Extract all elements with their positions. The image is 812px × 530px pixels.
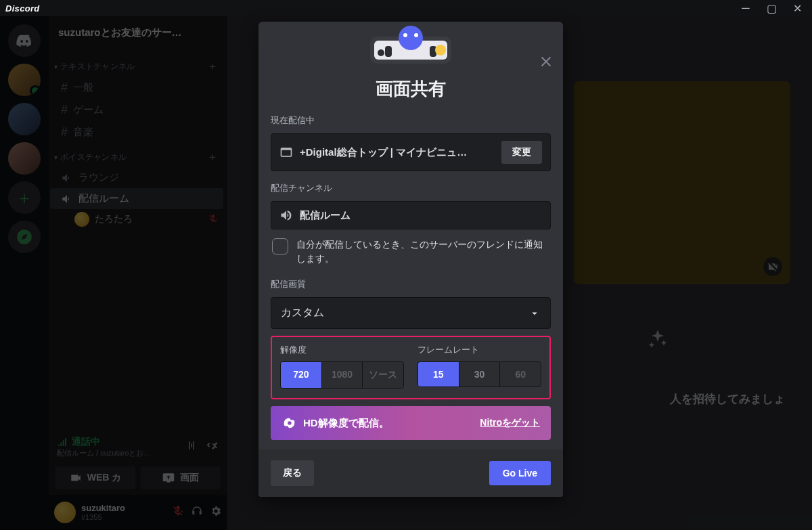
nitro-icon	[281, 416, 296, 430]
framerate-label: フレームレート	[418, 344, 541, 356]
resolution-segmented: 720 1080 ソース	[280, 361, 404, 389]
change-source-button[interactable]: 変更	[501, 141, 542, 164]
notify-friends-row[interactable]: 自分が配信しているとき、このサーバーのフレンドに通知します。	[271, 236, 551, 267]
modal-title: 画面共有	[258, 65, 563, 108]
go-live-button[interactable]: Go Live	[489, 461, 551, 485]
svg-point-7	[435, 45, 446, 56]
chevron-down-icon	[528, 307, 541, 319]
nitro-upsell: HD解像度で配信。 Nitroをゲット	[271, 406, 551, 440]
nitro-text: HD解像度で配信。	[303, 417, 389, 430]
close-icon[interactable]	[539, 54, 554, 72]
quality-preset-value: カスタム	[281, 306, 324, 320]
streaming-source-row: +Digital総合トップ | マイナビニュ… 変更	[271, 133, 551, 171]
framerate-option-30[interactable]: 30	[459, 362, 501, 387]
resolution-option-1080[interactable]: 1080	[322, 362, 363, 388]
svg-point-3	[403, 33, 407, 37]
window-icon	[279, 146, 293, 159]
svg-point-4	[414, 33, 418, 37]
modal-hero-illustration	[258, 22, 563, 65]
window-minimize-button[interactable]: ─	[736, 1, 755, 16]
screen-share-modal: 画面共有 現在配信中 +Digital総合トップ | マイナビニュ… 変更 配信…	[258, 22, 563, 497]
svg-point-8	[378, 49, 384, 56]
quality-preset-select[interactable]: カスタム	[271, 297, 551, 329]
stream-channel-name: 配信ルーム	[300, 209, 542, 222]
framerate-segmented: 15 30 60	[418, 361, 541, 387]
resolution-option-720[interactable]: 720	[281, 362, 322, 388]
stream-channel-row[interactable]: 配信ルーム	[271, 201, 551, 229]
nitro-get-link[interactable]: Nitroをゲット	[480, 417, 540, 429]
speaker-icon	[279, 208, 293, 222]
resolution-option-source[interactable]: ソース	[363, 362, 403, 388]
stream-channel-label: 配信チャンネル	[271, 182, 551, 194]
svg-rect-5	[385, 46, 392, 57]
checkbox[interactable]	[272, 238, 288, 255]
resolution-label: 解像度	[280, 344, 404, 356]
window-maximize-button[interactable]: ▢	[762, 1, 781, 16]
framerate-option-15[interactable]: 15	[418, 362, 459, 387]
streaming-source-name: +Digital総合トップ | マイナビニュ…	[300, 146, 495, 159]
framerate-option-60[interactable]: 60	[500, 362, 541, 387]
back-button[interactable]: 戻る	[271, 460, 314, 486]
streaming-now-label: 現在配信中	[271, 114, 551, 127]
app-brand: Discord	[5, 3, 40, 14]
quality-settings: 解像度 720 1080 ソース フレームレート 15 30 60	[271, 336, 551, 399]
stream-quality-label: 配信画質	[271, 278, 551, 290]
window-close-button[interactable]: ✕	[788, 1, 807, 16]
notify-friends-text: 自分が配信しているとき、このサーバーのフレンドに通知します。	[296, 238, 548, 266]
svg-point-2	[399, 26, 423, 50]
